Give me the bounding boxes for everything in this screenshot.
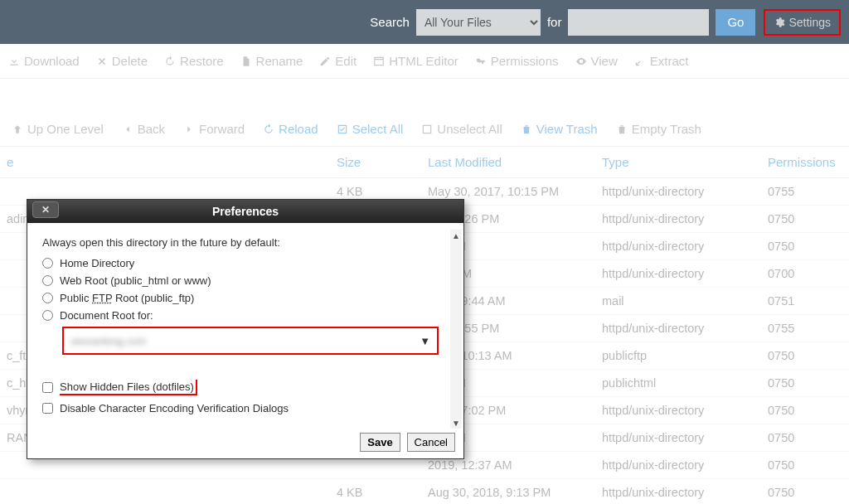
select-all-button[interactable]: Select All (337, 122, 404, 136)
modal-body: Always open this directory in the future… (27, 223, 463, 428)
html-editor-button[interactable]: HTML Editor (373, 54, 458, 68)
cell-perm: 0750 (761, 424, 849, 452)
download-button[interactable]: Download (8, 54, 80, 68)
cell-perm: 0750 (761, 452, 849, 479)
col-size[interactable]: Size (330, 147, 421, 178)
top-search-bar: Search All Your Files for Go Settings (0, 0, 849, 44)
cell-type: httpd/unix-directory (595, 233, 761, 260)
save-button[interactable]: Save (360, 433, 400, 452)
domain-value: seoranking.com (70, 335, 147, 347)
view-trash-button[interactable]: View Trash (521, 122, 598, 136)
table-row[interactable]: 4 KBAug 30, 2018, 9:13 PMhttpd/unix-dire… (0, 479, 849, 505)
cell-type: mail (595, 288, 761, 315)
search-input[interactable] (568, 9, 709, 36)
nav-toolbar: Up One Level Back Forward Reload Select … (0, 112, 849, 147)
trash-icon (616, 124, 628, 135)
radio-docroot[interactable] (42, 310, 53, 321)
back-button[interactable]: Back (122, 122, 165, 136)
download-icon (8, 56, 20, 67)
go-button[interactable]: Go (716, 9, 755, 36)
opt-web-root[interactable]: Web Root (public_html or www) (42, 274, 449, 287)
chevron-down-icon: ▼ (420, 335, 430, 347)
forward-button[interactable]: Forward (183, 122, 245, 136)
opt-home-directory[interactable]: Home Directory (42, 257, 449, 269)
document-root-domain-select[interactable]: seoranking.com ▼ (62, 327, 439, 355)
scroll-up-arrow-icon[interactable]: ▲ (450, 230, 462, 241)
preferences-headline: Always open this directory in the future… (42, 236, 449, 249)
cell-perm: 0750 (761, 233, 849, 260)
extract-icon (634, 56, 646, 67)
cell-perm: 0700 (761, 260, 849, 288)
cell-type: httpd/unix-directory (595, 178, 761, 206)
trash-icon (521, 124, 532, 135)
cell-perm: 0750 (761, 342, 849, 370)
cell-perm: 0755 (761, 178, 849, 206)
opt-document-root[interactable]: Document Root for: (42, 309, 449, 322)
file-icon (240, 56, 252, 67)
chk-disable-encoding-dialogs[interactable]: Disable Character Encoding Verification … (42, 402, 449, 414)
checkbox-show-hidden[interactable] (42, 382, 53, 393)
cell-modified: Aug 30, 2018, 9:13 PM (421, 479, 595, 505)
cell-perm: 0755 (761, 315, 849, 342)
extract-button[interactable]: Extract (634, 54, 689, 68)
cell-perm: 0750 (761, 370, 849, 397)
permissions-button[interactable]: Permissions (475, 54, 559, 68)
cell-perm: 0750 (761, 206, 849, 233)
view-button[interactable]: View (575, 54, 618, 68)
settings-button[interactable]: Settings (764, 9, 841, 36)
col-type[interactable]: Type (595, 147, 761, 178)
modal-footer: Save Cancel (27, 428, 463, 458)
modal-scrollbar[interactable]: ▲ ▼ (450, 230, 462, 429)
radio-webroot[interactable] (42, 275, 53, 286)
empty-trash-button[interactable]: Empty Trash (616, 122, 701, 136)
empty-square-icon (421, 124, 433, 135)
modal-title: Preferences (212, 205, 279, 218)
eye-icon (575, 56, 587, 67)
cell-size: 4 KB (330, 479, 421, 505)
chk-show-hidden-files[interactable]: Show Hidden Files (dotfiles) (42, 380, 449, 395)
reload-button[interactable]: Reload (263, 122, 318, 136)
key-icon (475, 56, 487, 67)
html-editor-icon (373, 56, 385, 67)
reload-icon (263, 124, 274, 135)
rename-button[interactable]: Rename (240, 54, 303, 68)
cell-perm: 0751 (761, 288, 849, 315)
check-square-icon (337, 124, 348, 135)
col-name[interactable]: e (0, 147, 330, 178)
cell-perm: 0750 (761, 397, 849, 424)
scroll-down-arrow-icon[interactable]: ▼ (450, 417, 462, 429)
unselect-all-button[interactable]: Unselect All (421, 122, 502, 136)
restore-button[interactable]: Restore (164, 54, 224, 68)
opt-public-ftp[interactable]: Public FTP Root (public_ftp) (42, 292, 449, 304)
action-toolbar: Download Delete Restore Rename Edit HTML… (0, 44, 849, 79)
modal-header: ✕ Preferences (27, 200, 463, 223)
radio-home[interactable] (42, 258, 53, 269)
pencil-icon (319, 56, 331, 67)
cell-type: httpd/unix-directory (595, 452, 761, 479)
forward-arrow-icon (183, 124, 195, 135)
back-arrow-icon (122, 124, 133, 135)
restore-icon (164, 56, 176, 67)
cell-type: httpd/unix-directory (595, 206, 761, 233)
x-icon (96, 56, 108, 67)
col-permissions[interactable]: Permissions (761, 147, 849, 178)
settings-label: Settings (788, 16, 831, 29)
cell-type: httpd/unix-directory (595, 315, 761, 342)
cell-type: publichtml (595, 370, 761, 397)
cell-type: httpd/unix-directory (595, 397, 761, 424)
edit-button[interactable]: Edit (319, 54, 357, 68)
modal-close-button[interactable]: ✕ (32, 201, 59, 218)
checkbox-disable-encoding[interactable] (42, 403, 53, 414)
cell-type: publicftp (595, 342, 761, 370)
cell-name (0, 479, 330, 505)
delete-button[interactable]: Delete (96, 54, 148, 68)
radio-ftp[interactable] (42, 293, 53, 303)
up-one-level-button[interactable]: Up One Level (12, 122, 104, 136)
preferences-modal: ✕ Preferences Always open this directory… (27, 199, 464, 459)
cell-type: httpd/unix-directory (595, 260, 761, 288)
search-scope-select[interactable]: All Your Files (416, 9, 541, 36)
up-arrow-icon (12, 124, 23, 135)
gear-icon (774, 17, 785, 28)
col-modified[interactable]: Last Modified (421, 147, 595, 178)
cancel-button[interactable]: Cancel (407, 433, 455, 452)
